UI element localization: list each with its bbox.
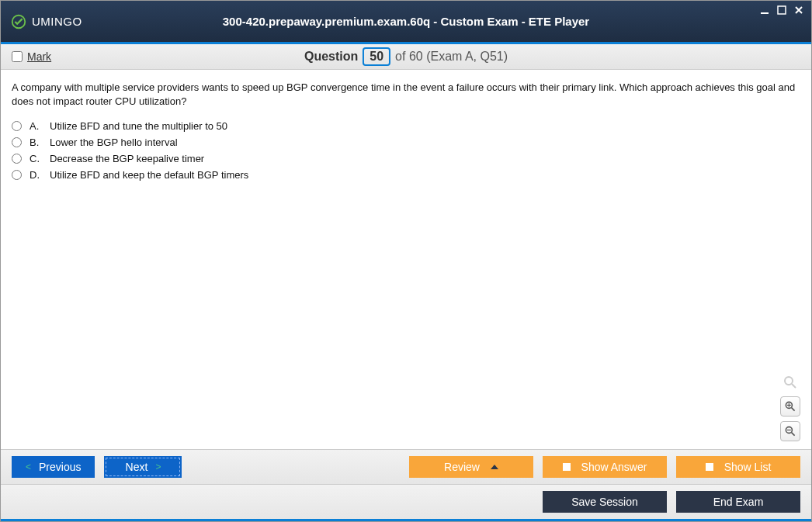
title-bar: UMINGO 300-420.prepaway.premium.exam.60q… — [1, 1, 811, 44]
svg-line-10 — [792, 433, 795, 436]
option-c[interactable]: C. Decrease the BGP keepalive timer — [12, 153, 800, 164]
previous-label: Previous — [39, 461, 81, 473]
footer-bar-primary: < Previous Next > Review Show Answer Sho… — [1, 449, 811, 484]
option-letter: C. — [29, 153, 42, 164]
triangle-up-icon — [491, 465, 498, 469]
close-icon[interactable] — [793, 4, 805, 16]
option-letter: D. — [29, 169, 42, 181]
next-button[interactable]: Next > — [104, 456, 182, 478]
square-icon — [563, 463, 571, 471]
show-answer-label: Show Answer — [581, 461, 647, 473]
option-a[interactable]: A. Utilize BFD and tune the multiplier t… — [12, 120, 800, 132]
end-exam-button[interactable]: End Exam — [676, 491, 800, 513]
question-word: Question — [304, 50, 358, 64]
mark-label[interactable]: Mark — [27, 50, 51, 63]
option-text: Utilize BFD and tune the multiplier to 5… — [50, 120, 227, 132]
option-text: Decrease the BGP keepalive timer — [50, 153, 204, 164]
zoom-controls — [780, 373, 800, 441]
search-icon[interactable] — [781, 373, 800, 392]
question-suffix: of 60 (Exam A, Q51) — [395, 50, 508, 64]
show-list-button[interactable]: Show List — [676, 456, 800, 478]
show-list-label: Show List — [724, 461, 772, 473]
window-title: 300-420.prepaway.premium.exam.60q - Cust… — [223, 15, 589, 28]
zoom-out-icon[interactable] — [780, 421, 800, 441]
mark-checkbox-wrap[interactable]: Mark — [12, 50, 51, 63]
brand-logo: UMINGO — [10, 13, 82, 30]
minimize-icon[interactable] — [758, 4, 771, 16]
svg-line-6 — [792, 408, 795, 411]
question-text: A company with multiple service provider… — [12, 81, 800, 108]
svg-rect-2 — [778, 6, 786, 14]
mark-checkbox[interactable] — [12, 51, 23, 62]
question-number: 50 — [363, 47, 390, 66]
option-a-radio[interactable] — [12, 121, 22, 131]
svg-rect-1 — [761, 12, 769, 14]
svg-point-3 — [785, 377, 793, 385]
question-header-band: Mark Question 50 of 60 (Exam A, Q51) — [1, 44, 811, 70]
chevron-right-icon: > — [155, 462, 161, 472]
maximize-icon[interactable] — [776, 4, 788, 16]
option-letter: A. — [29, 120, 42, 132]
show-answer-button[interactable]: Show Answer — [543, 456, 667, 478]
option-d[interactable]: D. Utilize BFD and keep the default BGP … — [12, 169, 800, 181]
save-session-button[interactable]: Save Session — [543, 491, 667, 513]
next-label: Next — [126, 461, 148, 473]
end-exam-label: End Exam — [713, 496, 764, 508]
chevron-left-icon: < — [26, 462, 31, 472]
options-list: A. Utilize BFD and tune the multiplier t… — [12, 120, 800, 181]
logo-check-icon — [10, 13, 27, 30]
option-b-radio[interactable] — [12, 137, 22, 147]
option-text: Utilize BFD and keep the default BGP tim… — [50, 169, 248, 181]
content-area: A company with multiple service provider… — [1, 70, 811, 449]
save-session-label: Save Session — [571, 496, 638, 508]
option-text: Lower the BGP hello interval — [50, 137, 178, 148]
option-b[interactable]: B. Lower the BGP hello interval — [12, 137, 800, 148]
option-d-radio[interactable] — [12, 170, 22, 180]
zoom-in-icon[interactable] — [780, 396, 800, 417]
window-controls — [758, 4, 805, 16]
brand-text: UMINGO — [32, 15, 82, 28]
option-c-radio[interactable] — [12, 154, 22, 164]
svg-line-4 — [792, 384, 796, 388]
option-letter: B. — [29, 137, 42, 148]
review-label: Review — [444, 461, 480, 473]
question-indicator: Question 50 of 60 (Exam A, Q51) — [304, 47, 508, 66]
previous-button[interactable]: < Previous — [12, 456, 95, 478]
square-icon — [706, 463, 713, 471]
footer-bar-secondary: Save Session End Exam — [1, 484, 811, 521]
review-button[interactable]: Review — [409, 456, 533, 478]
